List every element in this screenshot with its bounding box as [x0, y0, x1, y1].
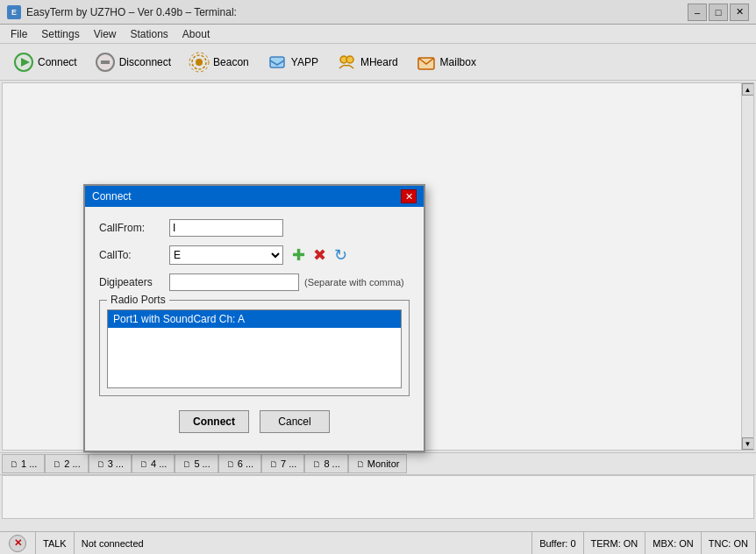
radio-ports-legend: Radio Ports	[107, 294, 169, 306]
callto-refresh-button[interactable]: ↻	[331, 245, 350, 265]
dialog-body: CallFrom: CallTo: E ✚ ✖ ↻ Digip	[85, 207, 424, 451]
digipeaters-note: (Separate with comma)	[304, 277, 404, 288]
callto-icons: ✚ ✖ ↻	[289, 245, 350, 265]
digipeaters-label: Digipeaters	[99, 276, 169, 288]
dialog-title: Connect	[92, 190, 132, 202]
digipeaters-row: Digipeaters (Separate with comma)	[99, 273, 410, 291]
dialog-titlebar: Connect ✕	[85, 186, 424, 207]
callto-label: CallTo:	[99, 249, 169, 261]
dialog-cancel-button[interactable]: Cancel	[260, 410, 330, 433]
dialog-close-button[interactable]: ✕	[401, 189, 417, 203]
connect-dialog: Connect ✕ CallFrom: CallTo: E ✚ ✖ ↻	[83, 184, 425, 452]
dialog-buttons: Connect Cancel	[99, 407, 410, 440]
callto-remove-button[interactable]: ✖	[310, 245, 329, 265]
callfrom-label: CallFrom:	[99, 222, 169, 234]
radio-ports-group: Radio Ports Port1 with SoundCard Ch: A	[99, 300, 410, 396]
radio-ports-list[interactable]: Port1 with SoundCard Ch: A	[107, 309, 402, 388]
port-item-0[interactable]: Port1 with SoundCard Ch: A	[108, 310, 401, 328]
callfrom-input[interactable]	[169, 219, 283, 237]
callto-row: CallTo: E ✚ ✖ ↻	[99, 245, 410, 265]
dialog-connect-button[interactable]: Connect	[179, 410, 249, 433]
callto-add-button[interactable]: ✚	[289, 245, 308, 265]
callto-select[interactable]: E	[169, 245, 283, 265]
callfrom-row: CallFrom:	[99, 219, 410, 237]
digipeaters-input[interactable]	[169, 273, 299, 291]
